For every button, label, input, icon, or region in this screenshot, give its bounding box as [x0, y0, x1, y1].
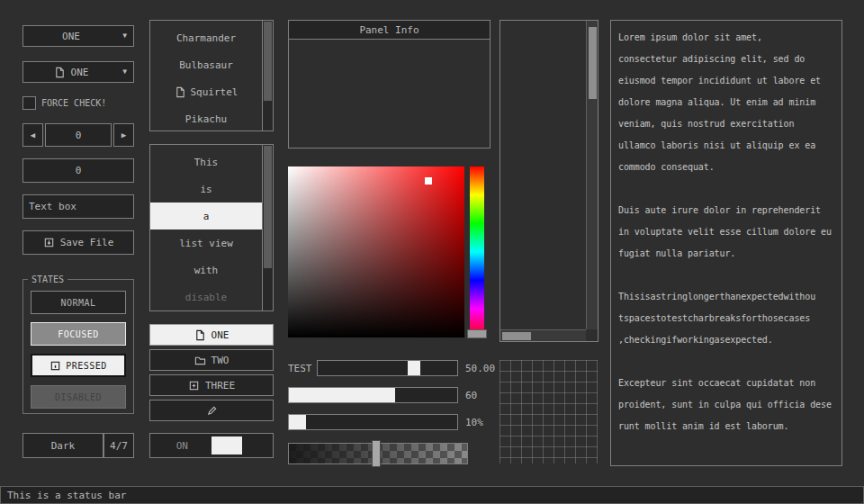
slider-label: TEST [288, 363, 312, 374]
value-box-value: 0 [76, 165, 82, 176]
scrollbar[interactable] [262, 21, 273, 130]
scrollbar-thumb[interactable] [264, 146, 272, 268]
box-plus-icon [188, 380, 200, 392]
chevron-down-icon: ▼ [122, 68, 127, 76]
slider-bar[interactable] [288, 387, 458, 403]
list-item[interactable]: with [150, 256, 262, 284]
status-bar: This is a status bar [0, 486, 864, 504]
scrollbar-thumb[interactable] [264, 22, 272, 101]
scroll-panel [500, 20, 598, 342]
test-slider[interactable] [317, 360, 458, 376]
scrollbar[interactable] [262, 145, 273, 310]
theme-toggle-label: Dark [51, 440, 76, 452]
arrow-left-icon: ◀ [31, 131, 35, 140]
spinner-decrement-button[interactable]: ◀ [22, 123, 43, 147]
demo-list-view: This is a list view with disable [149, 144, 274, 311]
hue-bar[interactable] [470, 166, 484, 338]
list-item-label: is [200, 184, 212, 195]
list-item-label: a [203, 211, 210, 222]
slider-value: 50.00 [465, 363, 495, 374]
normal-state-label: NORMAL [60, 298, 95, 308]
list-item-label: Charmander [176, 32, 236, 44]
list-item[interactable]: This [150, 148, 262, 176]
text-box[interactable]: Text box [22, 194, 134, 219]
dropdown-plain[interactable]: ONE ▼ [22, 25, 134, 47]
dropdown-with-icon[interactable]: ONE ▼ [22, 61, 134, 83]
disabled-state-button: DISABLED [31, 385, 126, 409]
file-icon [194, 329, 206, 341]
pokemon-list-view: Charmander Bulbasaur Squirtel Pikachu [149, 20, 274, 131]
states-group-box: STATES NORMAL FOCUSED PRESSED DISABLED [22, 279, 134, 414]
style-counter-box[interactable]: 4/7 [104, 433, 134, 458]
list-item-disabled: disable [150, 284, 262, 310]
color-picker-cursor[interactable] [425, 177, 432, 184]
folder-icon [194, 355, 206, 366]
toggle-switch-knob[interactable] [212, 436, 242, 454]
list-item[interactable]: list view [150, 230, 262, 256]
pressed-state-label: PRESSED [66, 361, 107, 371]
list-item-label: disable [185, 292, 227, 303]
save-file-button[interactable]: Save File [22, 230, 134, 255]
hue-bar-thumb[interactable] [467, 329, 487, 338]
toggle-switch-label: ON [150, 434, 214, 457]
dropdown-plain-value: ONE [62, 31, 80, 42]
panel-info-body [288, 39, 490, 148]
text-box-value: Text box [29, 201, 76, 212]
horizontal-scrollbar[interactable] [500, 329, 586, 341]
list-item-label: Bulbasaur [179, 59, 233, 71]
horizontal-scrollbar-thumb[interactable] [502, 332, 531, 340]
vertical-scrollbar[interactable] [586, 21, 598, 329]
style-counter-value: 4/7 [110, 440, 128, 452]
theme-toggle-button[interactable]: Dark [22, 433, 104, 458]
normal-state-button[interactable]: NORMAL [31, 291, 126, 314]
focused-state-label: FOCUSED [58, 329, 99, 339]
toggle-button-one[interactable]: ONE [149, 324, 274, 346]
list-item-label: list view [179, 238, 233, 249]
list-item[interactable]: Bulbasaur [150, 51, 262, 78]
demo-list-items: This is a list view with disable [150, 148, 262, 310]
widget-gallery: ONE ▼ ONE ▼ FORCE CHECK! ◀ 0 ▶ 0 Text bo… [0, 0, 864, 504]
on-toggle-switch[interactable]: ON [149, 433, 274, 458]
toggle-two-label: TWO [212, 355, 230, 366]
progress-bar[interactable] [288, 414, 458, 430]
pencil-icon [206, 405, 218, 417]
force-check-label: FORCE CHECK! [41, 98, 106, 108]
lorem-text-panel: Lorem ipsum dolor sit amet, consectetur … [610, 20, 842, 466]
spinner-increment-button[interactable]: ▶ [113, 123, 134, 147]
focused-state-button[interactable]: FOCUSED [31, 322, 126, 346]
toggle-button-three[interactable]: THREE [149, 374, 274, 396]
slider-bar-value: 60 [465, 390, 477, 401]
slider-bar-fill [289, 388, 395, 402]
panel-info-title: Panel Info [359, 24, 418, 36]
list-item[interactable]: Charmander [150, 24, 262, 51]
list-item-selected[interactable]: a [150, 202, 262, 230]
force-check-checkbox[interactable] [22, 96, 36, 110]
alpha-slider[interactable] [288, 443, 468, 464]
alpha-slider-thumb[interactable] [372, 440, 381, 467]
vertical-scrollbar-thumb[interactable] [589, 27, 597, 99]
pokemon-list-items: Charmander Bulbasaur Squirtel Pikachu [150, 24, 262, 132]
value-box[interactable]: 0 [22, 158, 134, 183]
file-icon [175, 86, 186, 98]
dropdown-icon-value: ONE [71, 67, 89, 78]
list-item[interactable]: Squirtel [150, 78, 262, 105]
chevron-down-icon: ▼ [122, 32, 127, 40]
slider-thumb[interactable] [408, 361, 420, 375]
color-picker-sv-area[interactable] [288, 166, 464, 338]
spinner-value: 0 [76, 130, 82, 141]
panel-info-titlebar: Panel Info [288, 20, 490, 40]
disabled-state-label: DISABLED [55, 392, 102, 402]
spinner-value-box[interactable]: 0 [45, 123, 112, 147]
pressed-state-button[interactable]: PRESSED [31, 354, 126, 377]
status-bar-text: This is a status bar [7, 490, 126, 501]
toggle-button-two[interactable]: TWO [149, 349, 274, 371]
file-icon [54, 67, 66, 78]
states-group-title: STATES [28, 274, 68, 284]
progress-bar-value: 10% [465, 417, 483, 428]
toggle-three-label: THREE [205, 380, 235, 392]
list-item[interactable]: is [150, 176, 262, 202]
pencil-tool-button[interactable] [149, 400, 274, 421]
list-item[interactable]: Pikachu [150, 105, 262, 132]
scrollbar-corner [586, 329, 598, 341]
toggle-one-label: ONE [212, 329, 230, 341]
